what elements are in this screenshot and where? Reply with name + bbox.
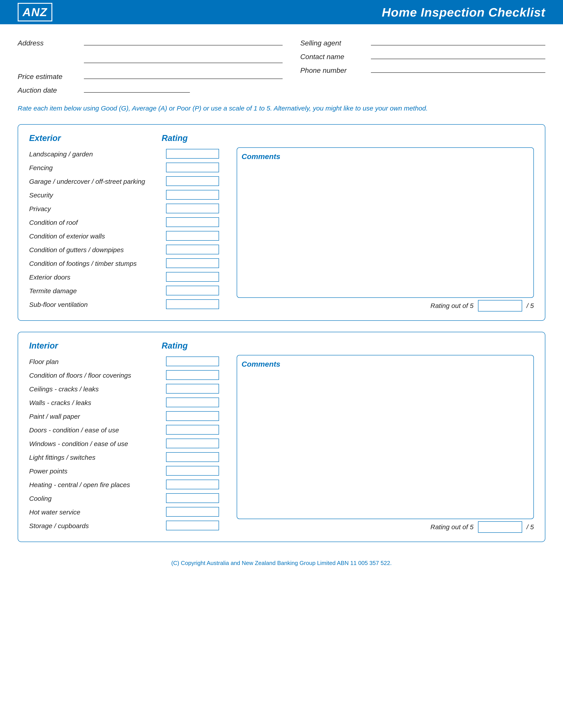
instructions-text: Rate each item below using Good (G), Ave… [18, 103, 545, 113]
interior-item-9: Heating - central / open fire places [29, 478, 157, 492]
interior-rating-input-7[interactable] [166, 452, 219, 462]
exterior-rating-row-3 [166, 188, 228, 202]
exterior-item-0: Landscaping / garden [29, 147, 157, 161]
interior-item-1: Condition of floors / floor coverings [29, 369, 157, 382]
interior-comments-col: Comments Rating out of 5 / 5 [237, 355, 534, 533]
address-line2-input[interactable] [84, 55, 283, 63]
interior-rating-input-6[interactable] [166, 439, 219, 448]
exterior-item-11: Sub-floor ventilation [29, 298, 157, 311]
exterior-rating-input-3[interactable] [166, 190, 219, 200]
exterior-item-label-11: Sub-floor ventilation [29, 301, 88, 308]
interior-rating-out-of-label: Rating out of 5 [431, 523, 474, 531]
interior-rating-row-8 [166, 464, 228, 478]
interior-rating-input-0[interactable] [166, 356, 219, 366]
interior-item-label-11: Hot water service [29, 508, 80, 516]
exterior-rating-input-8[interactable] [166, 258, 219, 268]
exterior-rating-input-5[interactable] [166, 217, 219, 227]
exterior-item-label-2: Garage / undercover / off-street parking [29, 178, 145, 185]
exterior-rating-out-of-input[interactable] [478, 300, 522, 311]
interior-rating-row-12 [166, 519, 228, 533]
interior-item-4: Paint / wall paper [29, 410, 157, 423]
exterior-item-3: Security [29, 188, 157, 202]
interior-rating-input-2[interactable] [166, 384, 219, 394]
exterior-rating-row-5 [166, 216, 228, 229]
anz-logo-text: ANZ [23, 6, 47, 19]
exterior-item-8: Condition of footings / timber stumps [29, 257, 157, 270]
interior-rating-input-8[interactable] [166, 466, 219, 476]
interior-comments-label: Comments [241, 360, 280, 368]
auction-date-label: Auction date [18, 86, 79, 94]
phone-number-label: Phone number [300, 66, 367, 75]
interior-rating-row-0 [166, 355, 228, 369]
exterior-comments-col: Comments Rating out of 5 / 5 [237, 147, 534, 311]
anz-logo-box: ANZ [18, 3, 52, 21]
interior-rating-input-11[interactable] [166, 507, 219, 517]
auction-date-input[interactable] [84, 85, 190, 93]
exterior-item-5: Condition of roof [29, 216, 157, 229]
exterior-rating-input-4[interactable] [166, 204, 219, 213]
contact-name-input[interactable] [371, 51, 545, 59]
interior-content: Floor planCondition of floors / floor co… [29, 355, 534, 533]
exterior-rating-input-0[interactable] [166, 149, 219, 159]
interior-rating-row-5 [166, 423, 228, 437]
interior-item-11: Hot water service [29, 505, 157, 519]
interior-rating-input-10[interactable] [166, 493, 219, 503]
interior-section: Interior Rating Floor planCondition of f… [18, 332, 545, 542]
selling-agent-label: Selling agent [300, 39, 367, 47]
interior-rating-header: Rating [162, 341, 228, 351]
address-label: Address [18, 39, 79, 47]
address-line1-input[interactable] [84, 38, 283, 45]
interior-rating-input-1[interactable] [166, 370, 219, 380]
interior-item-label-3: Walls - cracks / leaks [29, 399, 91, 407]
exterior-rating-input-9[interactable] [166, 272, 219, 282]
exterior-rating-input-7[interactable] [166, 245, 219, 254]
interior-rating-row-3 [166, 396, 228, 410]
exterior-rating-input-2[interactable] [166, 176, 219, 186]
exterior-rating-input-10[interactable] [166, 286, 219, 295]
selling-agent-input[interactable] [371, 38, 545, 45]
exterior-item-label-10: Termite damage [29, 287, 77, 295]
address-right: Selling agent Contact name Phone number [283, 38, 545, 94]
exterior-title: Exterior [29, 133, 162, 143]
exterior-item-1: Fencing [29, 161, 157, 175]
interior-item-label-9: Heating - central / open fire places [29, 481, 130, 489]
address-row1: Address [18, 38, 283, 47]
interior-item-label-12: Storage / cupboards [29, 522, 89, 530]
exterior-header: Exterior Rating [29, 133, 534, 143]
exterior-item-10: Termite damage [29, 284, 157, 298]
interior-rating-row-11 [166, 505, 228, 519]
main-content: Address Price estimate Auction date Sell… [0, 24, 563, 589]
exterior-item-label-9: Exterior doors [29, 274, 70, 281]
interior-rating-input-9[interactable] [166, 480, 219, 489]
interior-rating-row-9 [166, 478, 228, 492]
interior-rating-row-10 [166, 492, 228, 505]
interior-header: Interior Rating [29, 341, 534, 351]
interior-rating-input-3[interactable] [166, 398, 219, 407]
interior-rating-row-7 [166, 451, 228, 464]
footer: (C) Copyright Australia and New Zealand … [18, 553, 545, 575]
exterior-rating-row-0 [166, 147, 228, 161]
interior-rating-input-5[interactable] [166, 425, 219, 435]
exterior-item-label-0: Landscaping / garden [29, 150, 93, 158]
interior-item-10: Cooling [29, 492, 157, 505]
interior-item-label-8: Power points [29, 467, 67, 475]
interior-rating-out-of-input[interactable] [478, 521, 522, 533]
phone-number-input[interactable] [371, 65, 545, 73]
exterior-rating-out-of-label: Rating out of 5 [431, 302, 474, 310]
interior-rating-input-12[interactable] [166, 521, 219, 530]
exterior-rating-input-6[interactable] [166, 231, 219, 241]
price-estimate-input[interactable] [84, 71, 283, 79]
contact-name-row: Contact name [300, 51, 545, 61]
interior-item-label-6: Windows - condition / ease of use [29, 440, 128, 448]
interior-item-8: Power points [29, 464, 157, 478]
exterior-rating-input-1[interactable] [166, 163, 219, 172]
price-estimate-row: Price estimate [18, 71, 283, 81]
exterior-items: Landscaping / gardenFencingGarage / unde… [29, 147, 157, 311]
exterior-rating-input-11[interactable] [166, 299, 219, 309]
address-row2 [18, 55, 283, 63]
interior-rating-input-4[interactable] [166, 411, 219, 421]
exterior-rating-row-7 [166, 243, 228, 257]
interior-item-2: Ceilings - cracks / leaks [29, 382, 157, 396]
interior-item-label-2: Ceilings - cracks / leaks [29, 385, 99, 393]
contact-name-label: Contact name [300, 53, 367, 61]
